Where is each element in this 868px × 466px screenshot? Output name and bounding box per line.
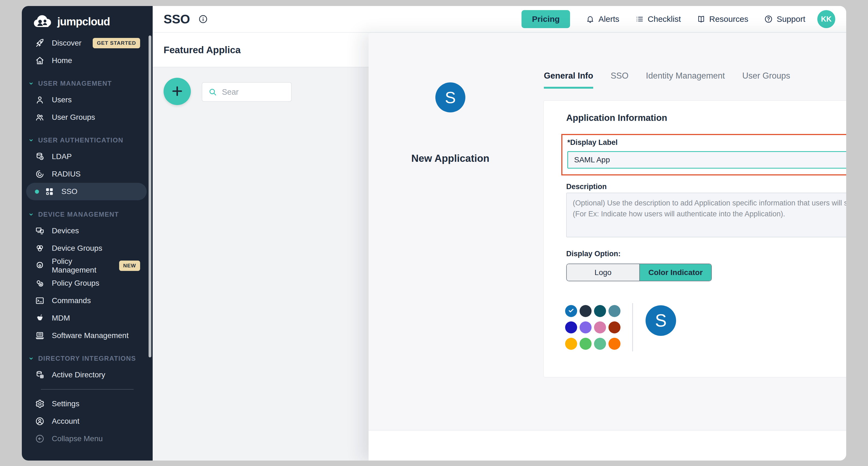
bell-icon bbox=[586, 15, 595, 24]
sidebar-item-policy-management[interactable]: Policy ManagementNEW bbox=[22, 257, 153, 274]
add-application-button[interactable] bbox=[163, 78, 191, 105]
application-avatar: S bbox=[435, 82, 465, 112]
sidebar-item-ldap[interactable]: LDAP bbox=[22, 148, 153, 165]
sidebar-item-active-directory[interactable]: Active Directory bbox=[22, 366, 153, 384]
color-swatch-7[interactable] bbox=[609, 321, 620, 333]
logo-text: jumpcloud bbox=[57, 16, 110, 28]
user-group-icon bbox=[35, 112, 45, 122]
color-swatch-8[interactable] bbox=[565, 338, 577, 350]
color-swatch-1[interactable] bbox=[580, 305, 592, 317]
color-swatch-10[interactable] bbox=[594, 338, 606, 350]
color-swatch-9[interactable] bbox=[580, 338, 592, 350]
application-initial: S bbox=[445, 88, 456, 107]
page-title: SSO bbox=[163, 12, 190, 26]
section-label: DIRECTORY INTEGRATIONS bbox=[38, 355, 136, 362]
sidebar-item-label: SSO bbox=[61, 187, 78, 196]
checklist-icon bbox=[635, 15, 644, 24]
device-group-icon bbox=[35, 243, 45, 253]
sidebar-item-device-groups[interactable]: Device Groups bbox=[22, 239, 153, 257]
topbar-support-button[interactable]: Support bbox=[764, 14, 805, 24]
chevron-down-icon bbox=[28, 80, 34, 87]
sidebar-item-discover[interactable]: DiscoverGET STARTED bbox=[22, 34, 153, 52]
topbar-action-label: Checklist bbox=[648, 14, 681, 24]
sidebar-item-devices[interactable]: Devices bbox=[22, 222, 153, 239]
policy-group-icon bbox=[35, 278, 45, 288]
pricing-button[interactable]: Pricing bbox=[522, 10, 570, 28]
sidebar-item-settings[interactable]: Settings bbox=[22, 395, 153, 412]
sidebar-item-account[interactable]: Account bbox=[22, 412, 153, 430]
display-label-input[interactable] bbox=[567, 151, 846, 169]
user-icon bbox=[35, 95, 45, 105]
application-search-input[interactable]: Sear bbox=[202, 82, 292, 102]
sidebar-item-label: MDM bbox=[52, 314, 70, 322]
display-label-label: *Display Label bbox=[567, 138, 618, 147]
user-avatar[interactable]: KK bbox=[817, 10, 835, 28]
sidebar-section-user-management[interactable]: USER MANAGEMENT bbox=[22, 76, 153, 91]
chevron-down-icon bbox=[28, 211, 34, 218]
sidebar-item-policy-groups[interactable]: Policy Groups bbox=[22, 274, 153, 292]
collapse-icon bbox=[35, 434, 45, 444]
color-swatch-3[interactable] bbox=[609, 305, 620, 317]
sidebar-item-users[interactable]: Users bbox=[22, 91, 153, 109]
sidebar-scrollbar[interactable] bbox=[149, 35, 151, 357]
sidebar-item-user-groups[interactable]: User Groups bbox=[22, 109, 153, 126]
topbar-action-label: Alerts bbox=[598, 14, 619, 24]
sidebar-item-label: Collapse Menu bbox=[52, 434, 103, 443]
picker-divider bbox=[632, 303, 633, 351]
sidebar-item-sso[interactable]: SSO bbox=[26, 183, 147, 200]
terminal-icon bbox=[35, 296, 45, 305]
topbar-alerts-button[interactable]: Alerts bbox=[586, 14, 619, 24]
sidebar-item-commands[interactable]: Commands bbox=[22, 292, 153, 310]
topbar-actions: PricingAlertsChecklistResourcesSupport bbox=[522, 10, 805, 28]
sidebar-item-software-management[interactable]: Software Management bbox=[22, 327, 153, 344]
tab-user-groups[interactable]: User Groups bbox=[742, 71, 790, 89]
topbar: SSO PricingAlertsChecklistResourcesSuppo… bbox=[153, 6, 846, 33]
ldap-icon bbox=[35, 152, 45, 162]
tab-identity-management[interactable]: Identity Management bbox=[646, 71, 725, 89]
section-label: USER MANAGEMENT bbox=[38, 80, 112, 87]
search-placeholder: Sear bbox=[222, 88, 239, 96]
color-swatch-4[interactable] bbox=[565, 321, 577, 333]
topbar-checklist-button[interactable]: Checklist bbox=[635, 14, 681, 24]
book-icon bbox=[697, 15, 706, 24]
topbar-resources-button[interactable]: Resources bbox=[697, 14, 748, 24]
search-icon bbox=[208, 88, 217, 96]
sidebar-badge: GET STARTED bbox=[93, 38, 140, 48]
sidebar-item-collapse-menu[interactable]: Collapse Menu bbox=[22, 430, 153, 447]
description-textarea[interactable] bbox=[566, 193, 846, 237]
jumpcloud-logo[interactable]: jumpcloud bbox=[22, 6, 153, 34]
display-option-label: Display Option: bbox=[566, 250, 621, 258]
color-swatch-6[interactable] bbox=[594, 321, 606, 333]
color-swatch-grid bbox=[565, 305, 620, 350]
sidebar-item-mdm[interactable]: MDM bbox=[22, 310, 153, 327]
sidebar-section-user-authentication[interactable]: USER AUTHENTICATION bbox=[22, 133, 153, 148]
description-field bbox=[566, 193, 846, 237]
section-label: DEVICE MANAGEMENT bbox=[38, 211, 119, 218]
info-icon[interactable] bbox=[198, 14, 208, 24]
tab-sso[interactable]: SSO bbox=[611, 71, 628, 89]
logo-option-button[interactable]: Logo bbox=[567, 264, 639, 281]
color-indicator-option-button[interactable]: Color Indicator bbox=[639, 264, 711, 281]
chevron-down-icon bbox=[28, 137, 34, 144]
sidebar-section-directory-integrations[interactable]: DIRECTORY INTEGRATIONS bbox=[22, 351, 153, 366]
sidebar-item-home[interactable]: Home bbox=[22, 52, 153, 69]
modal-tabs: General InfoSSOIdentity ManagementUser G… bbox=[544, 71, 790, 89]
color-swatch-2[interactable] bbox=[594, 305, 606, 317]
sidebar-item-label: RADIUS bbox=[52, 170, 81, 178]
application-name: New Application bbox=[382, 153, 519, 164]
tab-general-info[interactable]: General Info bbox=[544, 71, 593, 89]
color-swatch-0[interactable] bbox=[565, 305, 577, 317]
color-swatch-5[interactable] bbox=[580, 321, 592, 333]
sidebar-item-radius[interactable]: RADIUS bbox=[22, 165, 153, 183]
display-option-toggle: Logo Color Indicator bbox=[566, 264, 712, 281]
home-icon bbox=[35, 56, 45, 65]
sidebar-item-label: Home bbox=[52, 56, 72, 65]
chevron-down-icon bbox=[28, 355, 34, 362]
cloud-logo-icon bbox=[33, 15, 53, 28]
sidebar-section-device-management[interactable]: DEVICE MANAGEMENT bbox=[22, 207, 153, 222]
sidebar-item-label: Discover bbox=[52, 39, 82, 48]
color-swatch-11[interactable] bbox=[609, 338, 620, 350]
sidebar-item-label: Users bbox=[52, 95, 72, 104]
sidebar-item-label: Policy Management bbox=[52, 257, 112, 274]
devices-icon bbox=[35, 226, 45, 236]
